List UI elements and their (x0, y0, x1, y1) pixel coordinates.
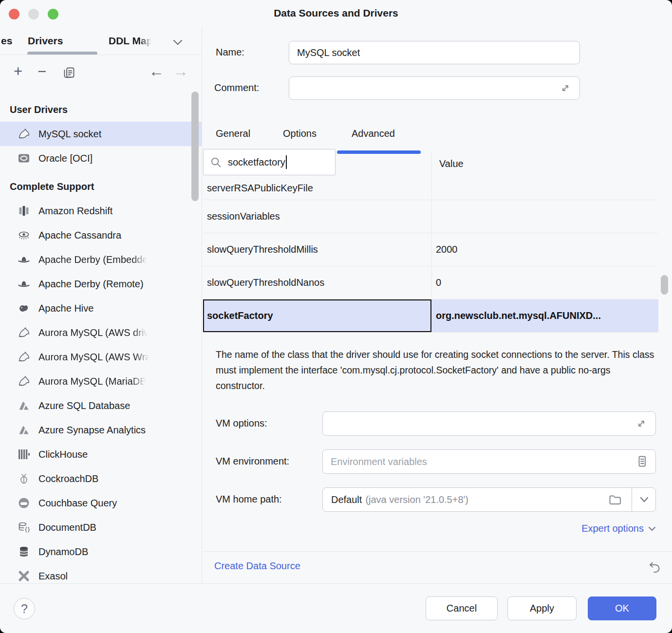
folder-icon[interactable] (608, 493, 622, 506)
sidebar-item-aurora-mysql-mariadb[interactable]: Aurora MySQL (MariaDB (0, 369, 202, 393)
add-driver-button[interactable]: + (14, 64, 22, 79)
sidebar-item-dynamodb[interactable]: DynamoDB (0, 540, 202, 564)
driver-label: Amazon Redshift (38, 205, 112, 217)
clickhouse-icon (18, 448, 30, 461)
value-column-header[interactable]: Value (439, 151, 464, 177)
sidebar-item-aurora-mysql-aws-driv[interactable]: Aurora MySQL (AWS driv (0, 320, 202, 345)
driver-list: User DriversMySQL socketOracle [OCI]Comp… (0, 97, 202, 583)
property-name-cell[interactable]: serverRSAPublicKeyFile (203, 177, 431, 200)
panel-divider (202, 28, 202, 583)
driver-label: Apache Hive (38, 303, 93, 314)
chevron-down-icon (648, 526, 656, 532)
vm-home-path-dropdown-button[interactable] (632, 487, 656, 512)
mysql-icon (18, 326, 30, 339)
ok-button[interactable]: OK (588, 596, 656, 620)
driver-label: Exasol (38, 571, 68, 582)
comment-input[interactable] (289, 76, 580, 100)
driver-label: Aurora MySQL (AWS driv (38, 327, 149, 338)
apply-button[interactable]: Apply (507, 596, 577, 620)
driver-label: CockroachDB (38, 473, 98, 484)
expand-comment-icon[interactable] (559, 82, 572, 94)
properties-table: serverRSAPublicKeyFilesessionVariablessl… (203, 177, 658, 333)
sidebar-item-exasol[interactable]: Exasol (0, 564, 202, 583)
sidebar-item-oracle-oci[interactable]: Oracle [OCI] (0, 146, 202, 170)
sidebar-scrollbar[interactable] (191, 92, 199, 201)
tab-drivers[interactable]: Drivers (28, 35, 63, 47)
property-value-cell[interactable] (431, 200, 658, 233)
sidebar-item-apache-derby-embedde[interactable]: Apache Derby (Embedde (0, 247, 202, 272)
remove-driver-button[interactable]: − (37, 64, 46, 79)
property-search-field[interactable]: socketfactory (203, 149, 336, 175)
help-button[interactable]: ? (14, 598, 35, 619)
sidebar-item-couchbase-query[interactable]: Couchbase Query (0, 491, 202, 515)
tab-options[interactable]: Options (283, 128, 317, 139)
derby-icon (18, 253, 30, 266)
sidebar-item-apache-cassandra[interactable]: Apache Cassandra (0, 223, 202, 247)
vm-options-input[interactable] (322, 411, 656, 436)
expert-options-link[interactable]: Expert options (581, 523, 656, 534)
cancel-button[interactable]: Cancel (426, 596, 498, 620)
sidebar-item-azure-synapse-analytics[interactable]: Azure Synapse Analytics (0, 418, 202, 442)
forward-button[interactable]: → (173, 64, 188, 79)
sidebar-item-documentdb[interactable]: DocumentDB (0, 515, 202, 540)
vm-environment-input[interactable] (322, 449, 656, 474)
tab-advanced[interactable]: Advanced (352, 128, 395, 139)
property-row-socketfactory[interactable]: socketFactoryorg.newsclub.net.mysql.AFUN… (203, 299, 658, 333)
create-data-source-link[interactable]: Create Data Source (214, 560, 300, 572)
property-name-cell[interactable]: slowQueryThresholdMillis (203, 233, 431, 266)
sidebar-item-apache-derby-remote[interactable]: Apache Derby (Remote) (0, 272, 202, 296)
table-scrollbar[interactable] (661, 275, 668, 295)
tab-ddl-mappings[interactable]: DDL Map (109, 35, 153, 47)
sidebar-item-cockroachdb[interactable]: CockroachDB (0, 466, 202, 491)
documentdb-icon (18, 521, 30, 534)
buttons-bar-divider (0, 583, 672, 584)
property-row-serverrsapublickeyfile[interactable]: serverRSAPublicKeyFile (203, 177, 658, 200)
property-value-cell[interactable]: 0 (431, 266, 658, 299)
driver-label: Couchbase Query (38, 498, 117, 509)
oracle-icon (18, 152, 30, 165)
sidebar-item-amazon-redshift[interactable]: Amazon Redshift (0, 199, 202, 223)
property-value-cell[interactable]: 2000 (431, 233, 658, 266)
expand-vm-options-icon[interactable] (635, 417, 648, 430)
driver-label: Apache Derby (Remote) (38, 279, 144, 290)
cassandra-icon (18, 229, 30, 242)
driver-label: Apache Cassandra (38, 230, 121, 241)
driver-label: Aurora MySQL (AWS Wra (38, 352, 150, 363)
sidebar-item-clickhouse[interactable]: ClickHouse (0, 442, 202, 466)
sidebar-item-aurora-mysql-aws-wra[interactable]: Aurora MySQL (AWS Wra (0, 345, 202, 369)
azure-icon (18, 399, 30, 412)
name-input[interactable] (289, 41, 580, 64)
property-value-cell[interactable] (431, 177, 658, 200)
driver-label: Azure Synapse Analytics (38, 425, 146, 436)
driver-label: MySQL socket (38, 129, 101, 140)
tab-data-sources[interactable]: es (1, 35, 12, 47)
vm-home-path-label: VM home path: (216, 494, 282, 505)
environment-variables-icon[interactable] (635, 455, 649, 468)
property-value-cell[interactable]: org.newsclub.net.mysql.AFUNIXD... (431, 299, 658, 332)
driver-label: Aurora MySQL (MariaDB (38, 376, 147, 387)
couchbase-icon (18, 497, 30, 509)
property-row-slowquerythresholdnanos[interactable]: slowQueryThresholdNanos0 (203, 266, 658, 299)
back-button[interactable]: ← (149, 64, 164, 79)
reset-icon[interactable] (648, 560, 661, 574)
tab-general[interactable]: General (216, 128, 250, 139)
cockroach-icon (18, 472, 30, 485)
property-row-slowquerythresholdmillis[interactable]: slowQueryThresholdMillis2000 (203, 233, 658, 266)
driver-label: Oracle [OCI] (38, 153, 93, 164)
tabs-overflow-chevron-icon[interactable] (170, 38, 185, 47)
sidebar-item-mysql-socket[interactable]: MySQL socket (0, 122, 202, 146)
property-name-cell[interactable]: slowQueryThresholdNanos (203, 266, 431, 299)
sidebar-item-apache-hive[interactable]: Apache Hive (0, 296, 202, 320)
data-sources-and-drivers-dialog: Data Sources and Drivers es Drivers DDL … (0, 0, 672, 633)
mysql-icon (18, 351, 30, 363)
driver-label: Azure SQL Database (38, 400, 130, 411)
driver-label: Apache Derby (Embedde (38, 254, 148, 265)
property-name-cell[interactable]: sessionVariables (203, 200, 431, 233)
sidebar-item-azure-sql-database[interactable]: Azure SQL Database (0, 393, 202, 418)
tabstrip-divider (0, 55, 202, 55)
driver-label: ClickHouse (38, 449, 88, 460)
hive-icon (18, 302, 30, 315)
property-row-sessionvariables[interactable]: sessionVariables (203, 200, 658, 233)
property-name-cell[interactable]: socketFactory (203, 299, 431, 332)
duplicate-driver-icon[interactable] (62, 66, 76, 80)
